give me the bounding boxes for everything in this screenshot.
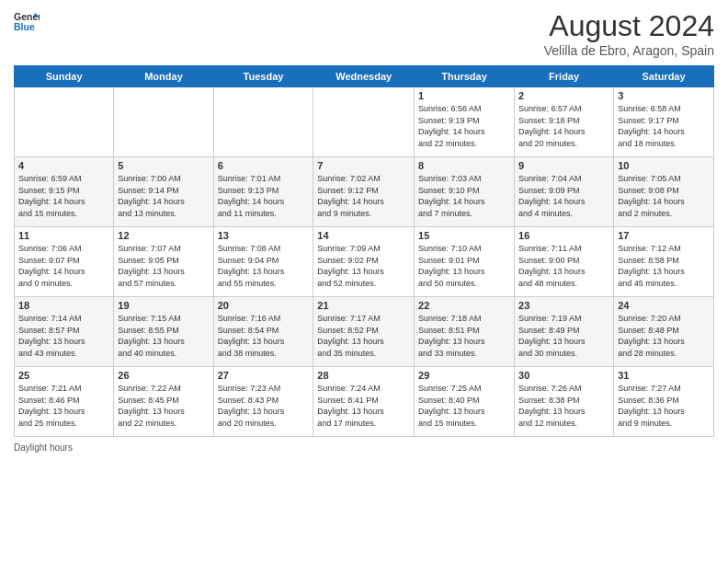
title-section: August 2024 Velilla de Ebro, Aragon, Spa…: [544, 9, 714, 58]
calendar-header-row: Sunday Monday Tuesday Wednesday Thursday…: [15, 66, 714, 87]
table-row: 13Sunrise: 7:08 AM Sunset: 9:04 PM Dayli…: [213, 227, 313, 297]
table-row: [114, 87, 213, 157]
table-row: 1Sunrise: 6:56 AM Sunset: 9:19 PM Daylig…: [415, 87, 515, 157]
table-row: 24Sunrise: 7:20 AM Sunset: 8:48 PM Dayli…: [614, 297, 714, 367]
day-info: Sunrise: 7:01 AM Sunset: 9:13 PM Dayligh…: [218, 173, 310, 219]
day-info: Sunrise: 7:08 AM Sunset: 9:04 PM Dayligh…: [218, 243, 310, 289]
day-info: Sunrise: 7:09 AM Sunset: 9:02 PM Dayligh…: [317, 243, 410, 289]
day-number: 6: [218, 160, 310, 171]
calendar-week-row: 1Sunrise: 6:56 AM Sunset: 9:19 PM Daylig…: [15, 87, 714, 157]
day-info: Sunrise: 7:12 AM Sunset: 8:58 PM Dayligh…: [618, 243, 710, 289]
col-sunday: Sunday: [15, 66, 114, 87]
day-info: Sunrise: 6:59 AM Sunset: 9:15 PM Dayligh…: [18, 173, 109, 219]
day-number: 29: [418, 370, 510, 381]
calendar-week-row: 18Sunrise: 7:14 AM Sunset: 8:57 PM Dayli…: [15, 297, 714, 367]
day-number: 15: [418, 230, 510, 241]
day-info: Sunrise: 7:07 AM Sunset: 9:05 PM Dayligh…: [118, 243, 209, 289]
day-info: Sunrise: 7:04 AM Sunset: 9:09 PM Dayligh…: [518, 173, 609, 219]
day-number: 13: [218, 230, 310, 241]
table-row: 31Sunrise: 7:27 AM Sunset: 8:36 PM Dayli…: [614, 367, 714, 437]
day-number: 27: [218, 370, 310, 381]
day-info: Sunrise: 7:15 AM Sunset: 8:55 PM Dayligh…: [118, 313, 209, 359]
day-number: 1: [418, 90, 510, 101]
day-info: Sunrise: 7:20 AM Sunset: 8:48 PM Dayligh…: [618, 313, 710, 359]
day-number: 2: [518, 90, 609, 101]
table-row: 14Sunrise: 7:09 AM Sunset: 9:02 PM Dayli…: [313, 227, 415, 297]
day-info: Sunrise: 6:56 AM Sunset: 9:19 PM Dayligh…: [418, 103, 510, 149]
table-row: 20Sunrise: 7:16 AM Sunset: 8:54 PM Dayli…: [213, 297, 313, 367]
logo: General Blue: [14, 9, 40, 35]
calendar-week-row: 4Sunrise: 6:59 AM Sunset: 9:15 PM Daylig…: [15, 157, 714, 227]
table-row: [313, 87, 415, 157]
day-info: Sunrise: 7:23 AM Sunset: 8:43 PM Dayligh…: [218, 383, 310, 429]
day-number: 18: [18, 300, 109, 311]
day-info: Sunrise: 7:11 AM Sunset: 9:00 PM Dayligh…: [518, 243, 609, 289]
col-thursday: Thursday: [415, 66, 515, 87]
day-info: Sunrise: 7:21 AM Sunset: 8:46 PM Dayligh…: [18, 383, 109, 429]
table-row: 25Sunrise: 7:21 AM Sunset: 8:46 PM Dayli…: [15, 367, 114, 437]
footer: Daylight hours: [14, 442, 714, 453]
subtitle: Velilla de Ebro, Aragon, Spain: [544, 43, 714, 58]
day-number: 25: [18, 370, 109, 381]
day-number: 22: [418, 300, 510, 311]
day-number: 19: [118, 300, 209, 311]
table-row: 9Sunrise: 7:04 AM Sunset: 9:09 PM Daylig…: [515, 157, 614, 227]
table-row: 16Sunrise: 7:11 AM Sunset: 9:00 PM Dayli…: [515, 227, 614, 297]
day-number: 24: [618, 300, 710, 311]
col-saturday: Saturday: [614, 66, 714, 87]
calendar-week-row: 25Sunrise: 7:21 AM Sunset: 8:46 PM Dayli…: [15, 367, 714, 437]
table-row: 5Sunrise: 7:00 AM Sunset: 9:14 PM Daylig…: [114, 157, 213, 227]
day-info: Sunrise: 6:58 AM Sunset: 9:17 PM Dayligh…: [618, 103, 710, 149]
day-info: Sunrise: 7:03 AM Sunset: 9:10 PM Dayligh…: [418, 173, 510, 219]
table-row: 3Sunrise: 6:58 AM Sunset: 9:17 PM Daylig…: [614, 87, 714, 157]
month-title: August 2024: [544, 9, 714, 43]
table-row: 11Sunrise: 7:06 AM Sunset: 9:07 PM Dayli…: [15, 227, 114, 297]
header: General Blue August 2024 Velilla de Ebro…: [14, 9, 714, 58]
table-row: 18Sunrise: 7:14 AM Sunset: 8:57 PM Dayli…: [15, 297, 114, 367]
table-row: 22Sunrise: 7:18 AM Sunset: 8:51 PM Dayli…: [415, 297, 515, 367]
day-number: 20: [218, 300, 310, 311]
day-number: 11: [18, 230, 109, 241]
day-info: Sunrise: 7:27 AM Sunset: 8:36 PM Dayligh…: [618, 383, 710, 429]
day-number: 31: [618, 370, 710, 381]
day-number: 28: [317, 370, 410, 381]
day-number: 7: [317, 160, 410, 171]
day-info: Sunrise: 7:05 AM Sunset: 9:08 PM Dayligh…: [618, 173, 710, 219]
day-number: 17: [618, 230, 710, 241]
day-number: 14: [317, 230, 410, 241]
table-row: 29Sunrise: 7:25 AM Sunset: 8:40 PM Dayli…: [415, 367, 515, 437]
day-info: Sunrise: 7:26 AM Sunset: 8:38 PM Dayligh…: [518, 383, 609, 429]
day-info: Sunrise: 7:17 AM Sunset: 8:52 PM Dayligh…: [317, 313, 410, 359]
day-info: Sunrise: 7:00 AM Sunset: 9:14 PM Dayligh…: [118, 173, 209, 219]
day-info: Sunrise: 7:16 AM Sunset: 8:54 PM Dayligh…: [218, 313, 310, 359]
day-number: 21: [317, 300, 410, 311]
day-number: 3: [618, 90, 710, 101]
day-number: 4: [18, 160, 109, 171]
table-row: 12Sunrise: 7:07 AM Sunset: 9:05 PM Dayli…: [114, 227, 213, 297]
day-info: Sunrise: 7:14 AM Sunset: 8:57 PM Dayligh…: [18, 313, 109, 359]
table-row: 4Sunrise: 6:59 AM Sunset: 9:15 PM Daylig…: [15, 157, 114, 227]
table-row: [213, 87, 313, 157]
calendar-week-row: 11Sunrise: 7:06 AM Sunset: 9:07 PM Dayli…: [15, 227, 714, 297]
table-row: 6Sunrise: 7:01 AM Sunset: 9:13 PM Daylig…: [213, 157, 313, 227]
day-info: Sunrise: 7:19 AM Sunset: 8:49 PM Dayligh…: [518, 313, 609, 359]
table-row: 2Sunrise: 6:57 AM Sunset: 9:18 PM Daylig…: [515, 87, 614, 157]
day-info: Sunrise: 6:57 AM Sunset: 9:18 PM Dayligh…: [518, 103, 609, 149]
day-info: Sunrise: 7:02 AM Sunset: 9:12 PM Dayligh…: [317, 173, 410, 219]
table-row: 26Sunrise: 7:22 AM Sunset: 8:45 PM Dayli…: [114, 367, 213, 437]
table-row: 28Sunrise: 7:24 AM Sunset: 8:41 PM Dayli…: [313, 367, 415, 437]
table-row: 17Sunrise: 7:12 AM Sunset: 8:58 PM Dayli…: [614, 227, 714, 297]
day-info: Sunrise: 7:06 AM Sunset: 9:07 PM Dayligh…: [18, 243, 109, 289]
day-info: Sunrise: 7:10 AM Sunset: 9:01 PM Dayligh…: [418, 243, 510, 289]
table-row: 21Sunrise: 7:17 AM Sunset: 8:52 PM Dayli…: [313, 297, 415, 367]
footer-text: Daylight hours: [14, 442, 73, 453]
table-row: [15, 87, 114, 157]
col-tuesday: Tuesday: [213, 66, 313, 87]
table-row: 15Sunrise: 7:10 AM Sunset: 9:01 PM Dayli…: [415, 227, 515, 297]
day-number: 30: [518, 370, 609, 381]
table-row: 10Sunrise: 7:05 AM Sunset: 9:08 PM Dayli…: [614, 157, 714, 227]
table-row: 27Sunrise: 7:23 AM Sunset: 8:43 PM Dayli…: [213, 367, 313, 437]
day-info: Sunrise: 7:25 AM Sunset: 8:40 PM Dayligh…: [418, 383, 510, 429]
day-number: 12: [118, 230, 209, 241]
calendar-table: Sunday Monday Tuesday Wednesday Thursday…: [14, 65, 714, 437]
